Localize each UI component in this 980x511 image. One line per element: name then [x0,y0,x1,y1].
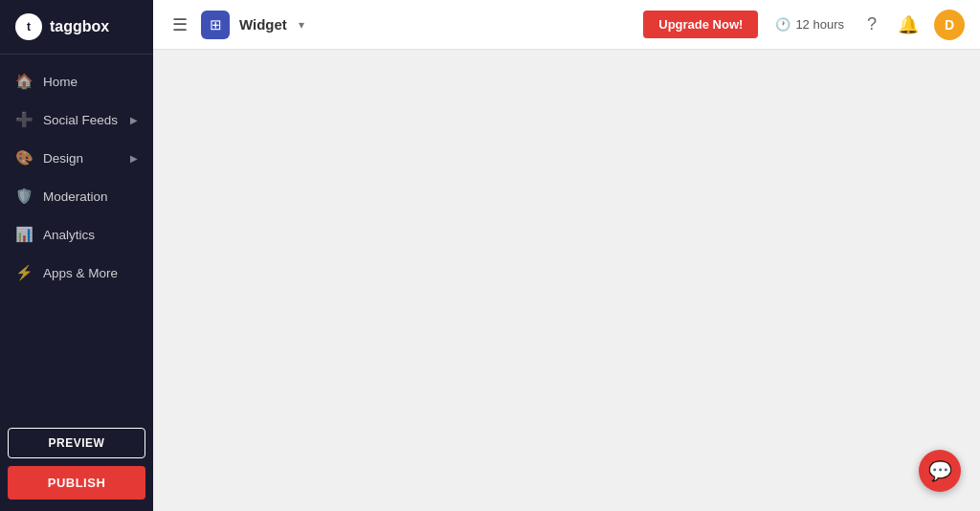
sidebar-label-analytics: Analytics [43,228,95,242]
publish-button[interactable]: PUBLISH [8,466,145,500]
logo-icon: t [15,13,42,40]
sidebar-label-design: Design [43,151,83,166]
notifications-button[interactable]: 🔔 [892,11,924,39]
moderation-icon: 🛡️ [15,188,33,205]
time-label: 12 hours [795,17,844,32]
logo-text: taggbox [50,18,109,35]
logo-area: t taggbox [0,0,153,55]
chat-bubble-button[interactable]: 💬 [919,450,961,492]
preview-button[interactable]: PREVIEW [8,428,145,458]
chat-icon: 💬 [928,459,952,482]
widget-icon: ⊞ [201,11,230,39]
sidebar-label-social-feeds: Social Feeds [43,113,118,127]
home-icon: 🏠 [15,73,33,90]
help-button[interactable]: ? [861,11,882,38]
sidebar-item-analytics[interactable]: 📊 Analytics [0,215,153,254]
hamburger-button[interactable]: ☰ [168,11,191,39]
sidebar-label-moderation: Moderation [43,189,108,204]
header: ☰ ⊞ Widget ▾ Upgrade Now! 🕐 12 hours ? 🔔… [153,0,980,50]
sidebar-item-home[interactable]: 🏠 Home [0,62,153,100]
social-feeds-icon: ➕ [15,111,33,128]
sidebar-item-social-feeds[interactable]: ➕ Social Feeds ▶ [0,100,153,139]
sidebar: t taggbox 🏠 Home ➕ Social Feeds ▶ 🎨 Desi… [0,0,153,511]
nav-arrow-design: ▶ [130,153,138,164]
sidebar-label-home: Home [43,75,78,89]
design-icon: 🎨 [15,149,33,167]
upgrade-button[interactable]: Upgrade Now! [643,11,758,38]
widget-chevron-icon: ▾ [299,18,304,32]
apps-more-icon: ⚡ [15,264,33,281]
sidebar-nav: 🏠 Home ➕ Social Feeds ▶ 🎨 Design ▶ 🛡️ Mo… [0,55,153,416]
clock-icon: 🕐 [775,17,791,32]
analytics-icon: 📊 [15,226,33,243]
sidebar-label-apps-more: Apps & More [43,266,118,280]
sidebar-footer: PREVIEW PUBLISH [0,416,153,511]
user-avatar-button[interactable]: D [934,10,965,40]
sidebar-item-apps-more[interactable]: ⚡ Apps & More [0,254,153,292]
reviews-grid [153,50,980,511]
sidebar-item-moderation[interactable]: 🛡️ Moderation [0,177,153,215]
widget-label: Widget [239,16,287,33]
sidebar-item-design[interactable]: 🎨 Design ▶ [0,139,153,177]
main-area: ☰ ⊞ Widget ▾ Upgrade Now! 🕐 12 hours ? 🔔… [153,0,980,511]
nav-arrow-social-feeds: ▶ [130,115,138,125]
header-time: 🕐 12 hours [768,17,852,32]
